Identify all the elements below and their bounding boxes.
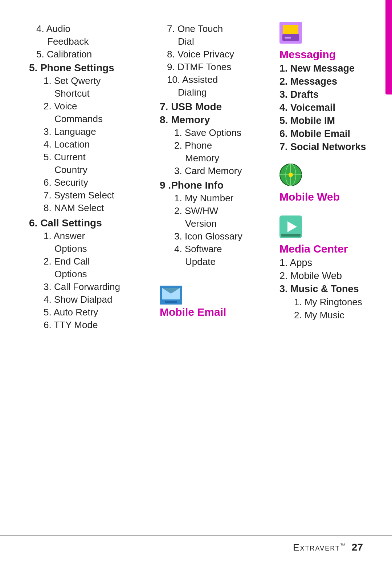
mid-item-phone: 2. Phone bbox=[174, 140, 269, 151]
svg-rect-3 bbox=[165, 301, 177, 303]
left-item-audio: 4. Audio bbox=[36, 23, 152, 35]
left-item-commands: Commands bbox=[54, 113, 152, 125]
left-item-nam-select: 8. NAM Select bbox=[44, 202, 152, 214]
left-item-options1: Options bbox=[54, 243, 152, 254]
mid-item-one-touch: 7. One Touch bbox=[167, 23, 269, 35]
svg-rect-7 bbox=[285, 37, 291, 39]
mid-item-dtmf: 9. DTMF Tones bbox=[167, 61, 269, 73]
left-item-location: 4. Location bbox=[44, 139, 152, 150]
mid-item-card-memory: 3. Card Memory bbox=[174, 165, 269, 177]
right-column: Messaging 1. New Message 2. Messages 3. … bbox=[276, 22, 370, 542]
mid-item-my-number: 1. My Number bbox=[174, 193, 269, 204]
mid-item-update: Update bbox=[185, 256, 269, 267]
left-column: 4. Audio Feedback 5. Calibration 5. Phon… bbox=[29, 22, 160, 542]
left-item-calibration: 5. Calibration bbox=[36, 49, 152, 60]
mediacenter-item-1: 1. Apps bbox=[279, 257, 370, 269]
mid-item-phone-info: 9 .Phone Info bbox=[160, 180, 269, 191]
left-item-tty-mode: 6. TTY Mode bbox=[44, 319, 152, 331]
messaging-item-5: 5. Mobile IM bbox=[279, 115, 370, 126]
left-item-auto-retry: 5. Auto Retry bbox=[44, 307, 152, 318]
messaging-section: Messaging 1. New Message 2. Messages 3. … bbox=[279, 22, 370, 153]
svg-rect-15 bbox=[281, 234, 301, 237]
left-item-end-call: 2. End Call bbox=[44, 256, 152, 267]
mid-item-memory2: Memory bbox=[185, 153, 269, 164]
left-item-voice: 2. Voice bbox=[44, 101, 152, 112]
mediacenter-item-2: 2. Mobile Web bbox=[279, 270, 370, 282]
mid-item-voice-privacy: 8. Voice Privacy bbox=[167, 49, 269, 60]
messaging-item-1: 1. New Message bbox=[279, 63, 370, 74]
left-item-system-select: 7. System Select bbox=[44, 190, 152, 201]
left-item-current: 5. Current bbox=[44, 152, 152, 163]
mid-item-software: 4. Software bbox=[174, 243, 269, 255]
mid-item-memory: 8. Memory bbox=[160, 114, 269, 126]
svg-rect-5 bbox=[283, 25, 298, 35]
mediacenter-item-3: 3. Music & Tones bbox=[279, 283, 370, 295]
mediacenter-item-ringtones: 1. My Ringtones bbox=[294, 297, 370, 308]
messaging-item-3: 3. Drafts bbox=[279, 89, 370, 100]
messaging-item-7: 7. Social Networks bbox=[279, 141, 370, 153]
left-item-language: 3. Language bbox=[44, 126, 152, 137]
mobileweb-section: Mobile Web bbox=[279, 164, 370, 203]
left-item-call-settings: 6. Call Settings bbox=[29, 217, 152, 229]
mediacenter-section: Media Center 1. Apps 2. Mobile Web 3. Mu… bbox=[279, 215, 370, 321]
middle-column: 7. One Touch Dial 8. Voice Privacy 9. DT… bbox=[160, 22, 276, 542]
mid-item-usb-mode: 7. USB Mode bbox=[160, 101, 269, 113]
mid-item-assisted: 10. Assisted bbox=[167, 74, 269, 85]
svg-point-12 bbox=[289, 173, 293, 177]
left-item-phone-settings: 5. Phone Settings bbox=[29, 62, 152, 74]
messaging-title: Messaging bbox=[279, 48, 370, 61]
mobileweb-icon-box bbox=[279, 164, 370, 189]
mid-item-dialing: Dialing bbox=[178, 87, 269, 98]
footer-page-number: 27 bbox=[352, 541, 363, 553]
mediacenter-title: Media Center bbox=[279, 243, 370, 255]
messaging-item-2: 2. Messages bbox=[279, 76, 370, 87]
left-item-shortcut: Shortcut bbox=[54, 88, 152, 99]
left-item-call-forwarding: 3. Call Forwarding bbox=[44, 281, 152, 293]
mid-item-swhw: 2. SW/HW bbox=[174, 205, 269, 217]
footer-brand: Extravert™ bbox=[293, 542, 346, 553]
mid-item-save-options: 1. Save Options bbox=[174, 127, 269, 138]
mid-item-icon-glossary: 3. Icon Glossary bbox=[174, 231, 269, 242]
mobile-email-icon bbox=[160, 286, 182, 305]
messaging-item-4: 4. Voicemail bbox=[279, 102, 370, 113]
mobile-email-label: Mobile Email bbox=[160, 306, 269, 318]
left-item-set-qwerty: 1. Set Qwerty bbox=[44, 75, 152, 86]
messaging-icon-box bbox=[279, 22, 370, 46]
footer: Extravert™ 27 bbox=[0, 535, 392, 553]
left-item-security: 6. Security bbox=[44, 177, 152, 188]
left-item-country: Country bbox=[54, 164, 152, 176]
mobile-email-icon-box: Mobile Email bbox=[160, 286, 269, 318]
messaging-item-6: 6. Mobile Email bbox=[279, 128, 370, 140]
left-item-options2: Options bbox=[54, 269, 152, 280]
mediacenter-item-mymusic: 2. My Music bbox=[294, 310, 370, 321]
mid-item-version: Version bbox=[185, 218, 269, 229]
left-item-feedback: Feedback bbox=[47, 36, 152, 47]
mobileweb-title: Mobile Web bbox=[279, 191, 370, 203]
mediacenter-icon-box bbox=[279, 215, 370, 241]
mid-item-dial: Dial bbox=[178, 36, 269, 47]
left-item-answer: 1. Answer bbox=[44, 230, 152, 242]
left-item-show-dialpad: 4. Show Dialpad bbox=[44, 294, 152, 305]
